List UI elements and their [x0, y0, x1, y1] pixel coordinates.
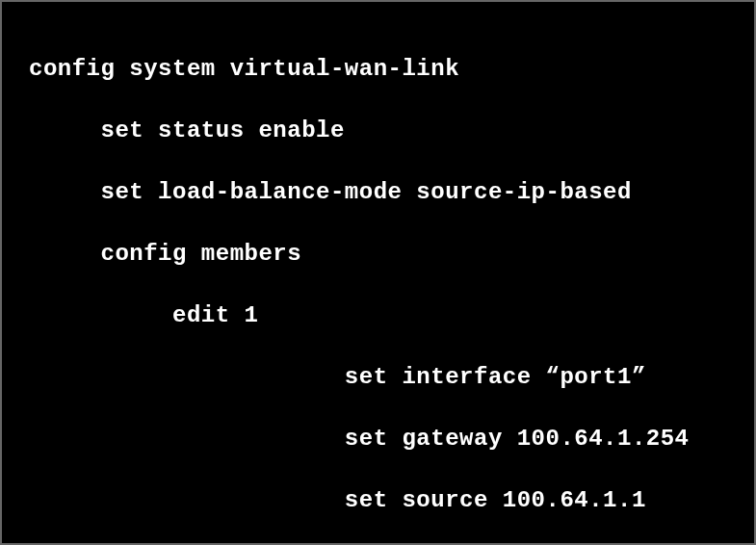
cli-line: edit 1	[29, 300, 735, 331]
cli-line: config members	[29, 239, 735, 270]
cli-line: set gateway 100.64.1.254	[29, 424, 735, 454]
cli-line: set load-balance-mode source-ip-based	[29, 177, 735, 208]
cli-terminal: config system virtual-wan-link set statu…	[0, 0, 756, 545]
cli-line: config system virtual-wan-link	[29, 54, 735, 85]
cli-line: set source 100.64.1.1	[29, 485, 735, 516]
cli-line: set status enable	[29, 116, 735, 146]
cli-line: set interface “port1”	[29, 362, 735, 393]
